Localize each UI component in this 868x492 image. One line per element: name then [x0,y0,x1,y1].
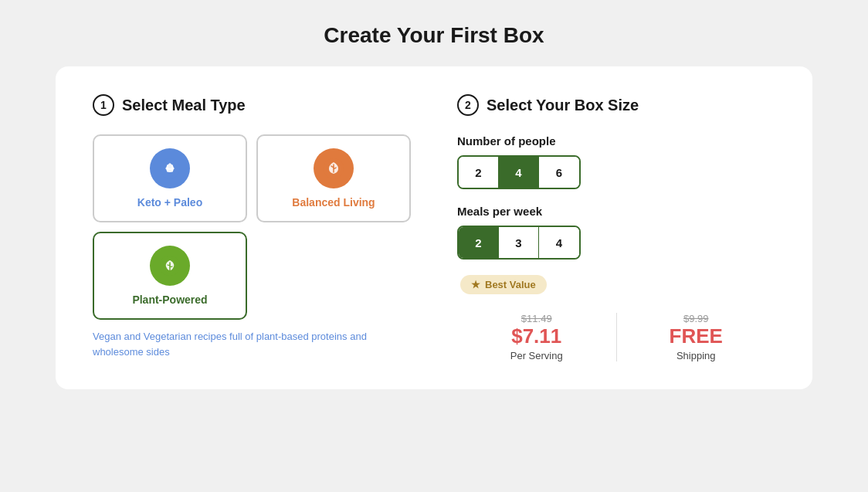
shipping-col: $9.99 FREE Shipping [616,313,776,361]
main-card: 1 Select Meal Type Keto + Paleo [56,66,812,389]
meals-btn-4[interactable]: 4 [539,227,579,258]
pricing-row: $11.49 $7.11 Per Serving $9.99 FREE Ship… [457,313,775,361]
meal-card-balanced-living[interactable]: Balanced Living [256,134,411,222]
people-btn-4[interactable]: 4 [499,157,539,188]
step-title-2: Select Your Box Size [487,97,639,114]
shipping-main: FREE [670,324,723,348]
people-selector-group: 2 4 6 [457,155,581,189]
per-serving-label: Per Serving [510,350,563,361]
meal-card-plant-powered[interactable]: Plant-Powered [93,232,247,320]
shipping-original: $9.99 [683,313,709,324]
keto-paleo-label: Keto + Paleo [137,196,202,209]
best-value-label: Best Value [485,279,536,290]
page-title: Create Your First Box [324,23,544,48]
shipping-label: Shipping [676,350,716,361]
balanced-living-icon [314,148,354,188]
meals-label: Meals per week [457,205,775,218]
meal-description: Vegan and Vegetarian recipes full of pla… [93,329,411,359]
per-serving-col: $11.49 $7.11 Per Serving [457,313,616,361]
plant-powered-icon [150,246,190,286]
keto-paleo-icon [150,148,190,188]
step-circle-2: 2 [457,94,479,116]
step-circle-1: 1 [93,94,114,116]
section-header-box: 2 Select Your Box Size [457,94,775,116]
meal-card-keto-paleo[interactable]: Keto + Paleo [93,134,247,222]
section-header-meal: 1 Select Meal Type [93,94,411,116]
people-btn-2[interactable]: 2 [459,157,499,188]
best-value-badge: ★ Best Value [460,275,547,294]
meals-btn-2[interactable]: 2 [459,227,499,258]
meals-btn-3[interactable]: 3 [499,227,539,258]
step-title-1: Select Meal Type [122,97,246,114]
people-btn-6[interactable]: 6 [539,157,579,188]
people-label: Number of people [457,134,775,148]
meal-grid: Keto + Paleo Balanced Living [93,134,411,320]
per-serving-main: $7.11 [511,324,561,348]
plant-powered-label: Plant-Powered [132,294,207,306]
per-serving-original: $11.49 [521,313,552,324]
box-size-section: 2 Select Your Box Size Number of people … [457,94,775,361]
meal-type-section: 1 Select Meal Type Keto + Paleo [93,94,411,361]
balanced-living-label: Balanced Living [292,196,375,209]
meals-selector-group: 2 3 4 [457,226,581,260]
star-icon: ★ [471,279,480,290]
